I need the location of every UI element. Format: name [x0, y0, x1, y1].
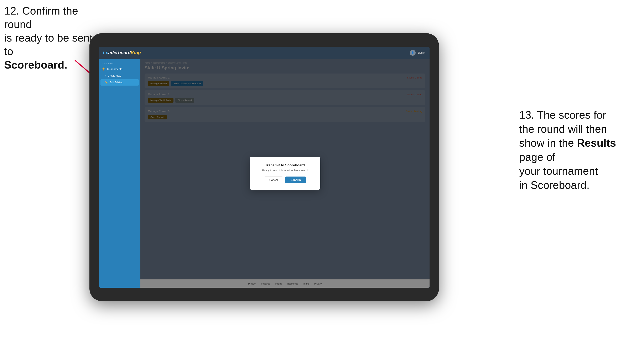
sidebar-item-create-new[interactable]: + Create New: [99, 73, 140, 79]
content-area: Home > Tournaments > State U Spring Invi…: [140, 59, 430, 288]
sidebar: MAIN MENU 🏆 Tournaments + Create New ✏️ …: [99, 59, 140, 288]
sidebar-item-edit-existing[interactable]: ✏️ Edit Existing: [100, 79, 139, 86]
logo: LeaderboardKing: [103, 50, 141, 55]
tablet-screen: LeaderboardKing 👤 Sign In MAIN MENU 🏆 To…: [99, 47, 430, 288]
header-right: 👤 Sign In: [410, 50, 426, 56]
sidebar-item-tournaments[interactable]: 🏆 Tournaments: [99, 65, 140, 73]
logo-area: LeaderboardKing: [103, 50, 141, 55]
trophy-icon: 🏆: [102, 67, 105, 71]
main-layout: MAIN MENU 🏆 Tournaments + Create New ✏️ …: [99, 59, 430, 288]
edit-icon: ✏️: [105, 81, 108, 84]
annotation-step-13: 13. The scores for the round will then s…: [519, 108, 640, 192]
cancel-button[interactable]: Cancel: [264, 176, 283, 183]
annotation-step-12: 12. Confirm the round is ready to be sen…: [4, 4, 104, 72]
sign-in-link[interactable]: Sign In: [418, 51, 426, 54]
header-bar: LeaderboardKing 👤 Sign In: [99, 47, 430, 59]
tablet-device: LeaderboardKing 👤 Sign In MAIN MENU 🏆 To…: [90, 33, 439, 301]
modal-title: Transmit to Scoreboard: [256, 163, 314, 168]
modal-buttons: Cancel Confirm: [256, 176, 314, 183]
modal-subtitle: Ready to send this round to Scoreboard?: [256, 169, 314, 172]
plus-icon: +: [105, 74, 106, 77]
modal-overlay: Transmit to Scoreboard Ready to send thi…: [140, 59, 430, 288]
modal-box: Transmit to Scoreboard Ready to send thi…: [250, 157, 320, 190]
confirm-button[interactable]: Confirm: [286, 176, 306, 183]
avatar: 👤: [410, 50, 416, 56]
main-menu-label: MAIN MENU: [99, 61, 140, 65]
